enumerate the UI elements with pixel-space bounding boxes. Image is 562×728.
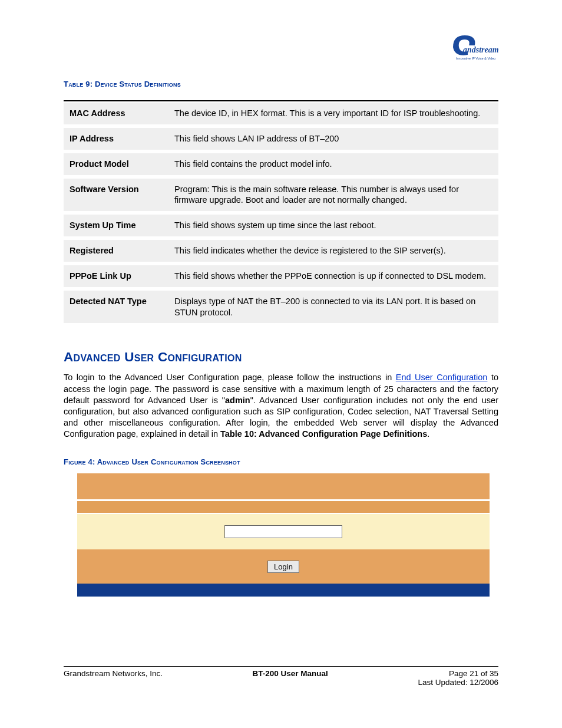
screenshot-band [77, 473, 490, 499]
login-screenshot: Login [77, 473, 490, 597]
section-paragraph: To login to the Advanced User Configurat… [64, 372, 498, 440]
footer-last-updated: Last Updated: 12/2006 [418, 678, 498, 687]
row-desc: This field contains the product model in… [168, 151, 498, 177]
password-input[interactable] [224, 525, 342, 538]
table-row: Software VersionProgram: This is the mai… [64, 177, 498, 213]
screenshot-input-row [77, 513, 490, 549]
device-status-table: MAC AddressThe device ID, in HEX format.… [64, 103, 498, 323]
row-desc: This field shows whether the PPPoE conne… [168, 263, 498, 289]
row-label: System Up Time [64, 213, 168, 238]
table-row: Detected NAT TypeDisplays type of NAT th… [64, 289, 498, 324]
figure-caption: Figure 4: Advanced User Configuration Sc… [64, 457, 498, 466]
row-label: Software Version [64, 177, 168, 213]
row-desc: This field indicates whether the device … [168, 238, 498, 263]
row-label: PPPoE Link Up [64, 263, 168, 289]
text: To login to the Advanced User Configurat… [64, 373, 396, 382]
table-row: Product ModelThis field contains the pro… [64, 151, 498, 177]
row-desc: This field shows system up time since th… [168, 213, 498, 238]
screenshot-band [77, 499, 490, 513]
row-desc: This field shows LAN IP address of BT–20… [168, 126, 498, 151]
screenshot-band [77, 584, 490, 597]
row-label: Product Model [64, 151, 168, 177]
svg-text:Innovative IP Voice & Video: Innovative IP Voice & Video [456, 57, 495, 60]
text: . [427, 429, 429, 439]
row-desc: Displays type of NAT the BT–200 is conne… [168, 289, 498, 324]
row-label: IP Address [64, 126, 168, 151]
table-row: IP AddressThis field shows LAN IP addres… [64, 126, 498, 151]
row-desc: The device ID, in HEX format. This is a … [168, 103, 498, 126]
end-user-config-link[interactable]: End User Configuration [396, 373, 488, 382]
section-heading: Advanced User Configuration [64, 350, 498, 365]
bold-text: Table 10: Advanced Configuration Page De… [220, 429, 427, 439]
bold-text: admin [225, 396, 250, 405]
screenshot-button-row: Login [77, 549, 490, 584]
table-row: MAC AddressThe device ID, in HEX format.… [64, 103, 498, 126]
table-caption: Table 9: Device Status Definitions [64, 80, 498, 88]
table-row: System Up TimeThis field shows system up… [64, 213, 498, 238]
row-label: Registered [64, 238, 168, 263]
brand-logo: andstream Innovative IP Voice & Video [444, 27, 503, 62]
footer-company: Grandstream Networks, Inc. [64, 669, 163, 687]
row-label: MAC Address [64, 103, 168, 126]
row-desc: Program: This is the main software relea… [168, 177, 498, 213]
table-row: PPPoE Link UpThis field shows whether th… [64, 263, 498, 289]
page-footer: Grandstream Networks, Inc. BT-200 User M… [64, 666, 498, 687]
footer-page-number: Page 21 of 35 [449, 669, 498, 678]
footer-manual-title: BT-200 User Manual [253, 669, 328, 687]
svg-text:andstream: andstream [463, 45, 499, 54]
login-button[interactable]: Login [267, 561, 299, 573]
row-label: Detected NAT Type [64, 289, 168, 324]
table-row: RegisteredThis field indicates whether t… [64, 238, 498, 263]
